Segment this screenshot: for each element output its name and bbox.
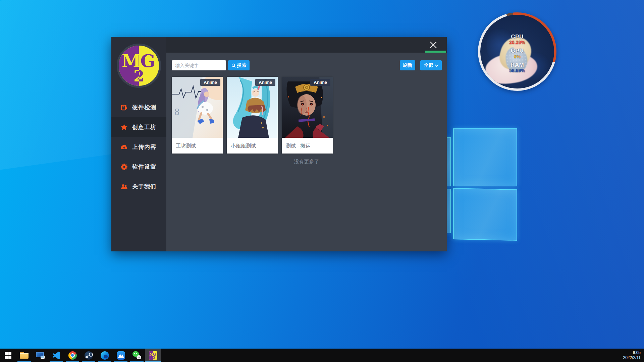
ram-label: RAM bbox=[511, 62, 524, 68]
card-category-badge: Anime bbox=[200, 79, 220, 86]
m-cloud-icon bbox=[117, 351, 125, 360]
gear-icon bbox=[120, 163, 128, 171]
taskbar-icon-chrome[interactable] bbox=[64, 349, 80, 362]
wechat-icon bbox=[132, 351, 141, 359]
filter-button-label: 全部 bbox=[424, 62, 433, 68]
svg-text:8: 8 bbox=[174, 106, 179, 117]
category-filter-dropdown[interactable]: 全部 bbox=[420, 60, 442, 70]
taskbar-icon-mg2[interactable]: MG2 bbox=[145, 349, 161, 362]
refresh-button-label: 刷新 bbox=[403, 62, 412, 68]
windows-logo-pane bbox=[453, 128, 517, 186]
cloud-upload-icon bbox=[120, 143, 128, 151]
desktop-wallpaper: CPU 20.28% GPU 0% RAM 58.69% M G 2 2 bbox=[0, 0, 644, 362]
taskbar-icon-m-cloud[interactable] bbox=[113, 349, 129, 362]
users-icon bbox=[120, 183, 128, 190]
sidebar-item-label: 硬件检测 bbox=[132, 104, 156, 111]
widget-dial: CPU 20.28% GPU 0% RAM 58.69% bbox=[480, 15, 554, 88]
windows-logo-pane bbox=[446, 189, 451, 233]
start-button[interactable] bbox=[0, 349, 16, 362]
sidebar: M G 2 2 硬件检测 bbox=[111, 37, 166, 251]
card-title: 工坊测试 bbox=[172, 138, 223, 154]
cpu-label: CPU bbox=[511, 34, 523, 40]
cpu-value: 20.28% bbox=[509, 40, 525, 45]
gpu-value: 0% bbox=[514, 54, 521, 59]
chip-icon bbox=[120, 104, 128, 111]
clock-date: 2022/2/11 bbox=[623, 355, 641, 360]
remote-desktop-icon bbox=[36, 352, 45, 359]
taskbar-icon-vscode[interactable] bbox=[48, 349, 64, 362]
card-artwork-image bbox=[282, 77, 333, 138]
taskbar-icon-remote-desktop[interactable] bbox=[32, 349, 48, 362]
workshop-panel: 搜索 刷新 全部 bbox=[166, 53, 447, 251]
mg2-app-icon: MG2 bbox=[149, 351, 157, 360]
windows-start-icon bbox=[5, 352, 11, 359]
card-artwork: Anime bbox=[282, 77, 333, 138]
taskbar: MG2 9:05 2022/2/11 bbox=[0, 349, 644, 362]
mg2-app-window: M G 2 2 硬件检测 bbox=[111, 37, 447, 251]
card-category-badge: Anime bbox=[255, 79, 275, 86]
chrome-icon bbox=[68, 351, 77, 360]
sidebar-item-settings[interactable]: 软件设置 bbox=[111, 157, 166, 177]
hardware-stats: CPU 20.28% GPU 0% RAM 58.69% bbox=[480, 15, 554, 88]
workshop-card[interactable]: Anime 测试 - 搬运 bbox=[282, 77, 333, 154]
gpu-label: GPU bbox=[511, 48, 524, 54]
taskbar-icon-wechat[interactable] bbox=[129, 349, 145, 362]
no-more-items-text: 没有更多了 bbox=[166, 159, 447, 165]
search-button-label: 搜索 bbox=[237, 62, 247, 68]
taskbar-icon-file-explorer[interactable] bbox=[16, 349, 32, 362]
card-title: 小姐姐测试 bbox=[227, 138, 278, 154]
close-icon bbox=[429, 41, 438, 49]
workshop-card[interactable]: 8 Anime bbox=[172, 77, 223, 154]
window-titlebar bbox=[166, 37, 447, 53]
sidebar-item-workshop[interactable]: 创意工坊 bbox=[111, 117, 166, 137]
vscode-icon bbox=[52, 351, 61, 360]
taskbar-clock[interactable]: 9:05 2022/2/11 bbox=[621, 350, 644, 360]
windows-logo-pane bbox=[453, 188, 517, 241]
workshop-card[interactable]: Anime 小姐姐测试 bbox=[227, 77, 278, 154]
sidebar-item-about[interactable]: 关于我们 bbox=[111, 177, 166, 196]
ram-value: 58.69% bbox=[509, 68, 525, 73]
card-title: 测试 - 搬运 bbox=[282, 138, 333, 154]
search-input[interactable] bbox=[172, 60, 226, 70]
logo-digit-2: 2 2 bbox=[119, 68, 159, 85]
card-artwork: 8 Anime bbox=[172, 77, 223, 138]
sidebar-item-upload[interactable]: 上传内容 bbox=[111, 137, 166, 157]
sidebar-item-label: 上传内容 bbox=[132, 143, 156, 151]
sidebar-item-hardware-check[interactable]: 硬件检测 bbox=[111, 98, 166, 117]
sidebar-item-label: 创意工坊 bbox=[132, 123, 156, 131]
close-button[interactable] bbox=[428, 40, 439, 50]
edge-icon bbox=[101, 351, 109, 360]
sidebar-item-label: 关于我们 bbox=[132, 183, 156, 190]
hardware-monitor-widget[interactable]: CPU 20.28% GPU 0% RAM 58.69% bbox=[478, 12, 556, 91]
card-artwork-image bbox=[227, 77, 278, 138]
refresh-button[interactable]: 刷新 bbox=[400, 60, 415, 70]
windows-logo-pane bbox=[446, 137, 451, 186]
file-explorer-icon bbox=[20, 352, 29, 359]
star-icon bbox=[120, 124, 128, 131]
taskbar-icon-steam[interactable] bbox=[80, 349, 97, 362]
steam-icon bbox=[85, 351, 93, 360]
card-artwork: Anime bbox=[227, 77, 278, 138]
taskbar-icon-edge[interactable] bbox=[97, 349, 113, 362]
search-icon bbox=[231, 63, 236, 68]
card-category-badge: Anime bbox=[310, 79, 330, 86]
toolbar: 搜索 刷新 全部 bbox=[166, 60, 447, 70]
search-button[interactable]: 搜索 bbox=[228, 60, 250, 70]
windows-logo-watermark bbox=[446, 128, 517, 241]
system-tray: 9:05 2022/2/11 bbox=[621, 349, 644, 362]
sidebar-menu: 硬件检测 创意工坊 上传内容 bbox=[111, 98, 166, 196]
mg2-logo: M G 2 2 bbox=[117, 44, 161, 88]
chevron-down-icon bbox=[435, 63, 438, 67]
card-artwork-image: 8 bbox=[172, 77, 223, 138]
sidebar-item-label: 软件设置 bbox=[132, 163, 156, 171]
clock-time: 9:05 bbox=[623, 350, 641, 355]
